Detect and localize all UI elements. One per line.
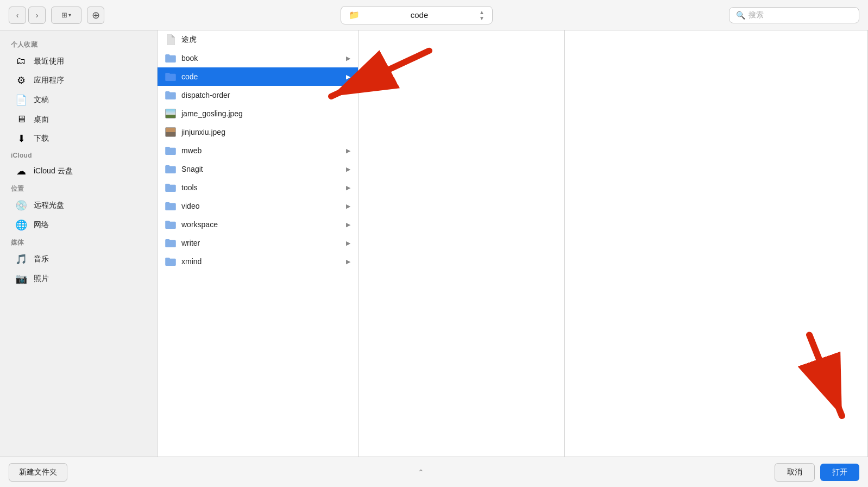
file-name: dispatch-order (181, 91, 350, 99)
collapse-icon[interactable]: ⌃ (418, 468, 424, 477)
sidebar-item-downloads[interactable]: ⬇ 下载 (4, 129, 153, 148)
sidebar-item-docs[interactable]: 📄 文稿 (4, 90, 153, 110)
sidebar-section-title-media: 媒体 (0, 235, 157, 249)
search-icon: 🔍 (736, 11, 745, 20)
location-pill[interactable]: 📁 code ▲ ▼ (341, 6, 493, 24)
sidebar-item-photos[interactable]: 📷 照片 (4, 269, 153, 289)
apps-icon: ⚙ (15, 74, 27, 86)
sidebar-item-label-photos: 照片 (34, 274, 49, 284)
back-button[interactable]: ‹ (9, 7, 26, 24)
list-item[interactable]: mweb ▶ (158, 141, 358, 160)
bottom-bar: 新建文件夹 ⌃ 取消 打开 (0, 457, 868, 487)
sidebar-item-label-apps: 应用程序 (34, 76, 64, 85)
sidebar-item-label-downloads: 下载 (34, 134, 49, 143)
dvd-icon: 💿 (15, 199, 27, 211)
new-folder-button[interactable]: 新建文件夹 (9, 463, 67, 482)
search-box[interactable]: 🔍 搜索 (729, 7, 859, 23)
sidebar-section-media: 媒体 🎵 音乐 📷 照片 (0, 235, 157, 289)
sidebar-item-apps[interactable]: ⚙ 应用程序 (4, 71, 153, 90)
list-item[interactable]: book ▶ (158, 49, 358, 67)
list-item[interactable]: 途虎 (158, 30, 358, 49)
sidebar-item-desktop[interactable]: 🖥 桌面 (4, 110, 153, 129)
downloads-icon: ⬇ (15, 133, 27, 145)
icloud-icon: ☁ (15, 165, 27, 177)
location-bar: 📁 code ▲ ▼ (110, 6, 724, 24)
sidebar-section-icloud: iCloud ☁ iCloud 云盘 (0, 148, 157, 181)
list-item[interactable]: video ▶ (158, 197, 358, 215)
list-item[interactable]: writer ▶ (158, 234, 358, 252)
music-icon: 🎵 (15, 253, 27, 265)
main-content: 个人收藏 🗂 最近使用 ⚙ 应用程序 📄 文稿 🖥 桌面 ⬇ 下载 (0, 30, 868, 457)
network-icon: 🌐 (15, 219, 27, 231)
sidebar-section-locations: 位置 💿 远程光盘 🌐 网络 (0, 181, 157, 235)
chevron-right-icon: ▶ (346, 147, 350, 154)
view-toggle-button[interactable]: ⊞ ▾ (51, 7, 81, 24)
chevron-right-icon: ▶ (346, 240, 350, 247)
sidebar-section-title-favorites: 个人收藏 (0, 37, 157, 52)
bottom-center: ⌃ (67, 468, 775, 477)
folder-icon (165, 219, 176, 230)
image-icon (165, 108, 176, 119)
file-name: mweb (181, 146, 341, 155)
file-name: video (181, 202, 341, 210)
folder-icon (165, 238, 176, 248)
sidebar-item-icloud-drive[interactable]: ☁ iCloud 云盘 (4, 161, 153, 181)
file-icon (165, 34, 176, 45)
list-item[interactable]: jame_gosling.jpeg (158, 104, 358, 123)
file-name: xmind (181, 257, 341, 266)
sidebar-item-label-recent: 最近使用 (34, 57, 64, 66)
file-name: Snagit (181, 165, 341, 173)
desktop-icon: 🖥 (15, 114, 27, 125)
docs-icon: 📄 (15, 94, 27, 106)
file-name: jinjunxiu.jpeg (181, 128, 350, 136)
folder-icon (165, 71, 176, 82)
open-button[interactable]: 打开 (820, 464, 859, 481)
sidebar-section-title-locations: 位置 (0, 181, 157, 196)
new-folder-top-button[interactable]: ⊕ (87, 7, 104, 24)
list-item[interactable]: workspace ▶ (158, 215, 358, 234)
folder-icon (165, 164, 176, 174)
chevron-right-icon: ▶ (346, 184, 350, 191)
list-item[interactable]: jinjunxiu.jpeg (158, 123, 358, 141)
chevron-right-icon: ▶ (346, 258, 350, 265)
view-chevron-icon: ▾ (68, 12, 71, 18)
sidebar-item-network[interactable]: 🌐 网络 (4, 215, 153, 235)
sidebar: 个人收藏 🗂 最近使用 ⚙ 应用程序 📄 文稿 🖥 桌面 ⬇ 下载 (0, 30, 158, 457)
sidebar-section-title-icloud: iCloud (0, 148, 157, 161)
location-stepper[interactable]: ▲ ▼ (479, 9, 485, 21)
file-name: jame_gosling.jpeg (181, 109, 350, 118)
sidebar-item-label-music: 音乐 (34, 254, 49, 264)
chevron-right-icon: ▶ (346, 203, 350, 210)
sidebar-item-dvd[interactable]: 💿 远程光盘 (4, 196, 153, 215)
folder-icon (165, 201, 176, 211)
sidebar-item-label-network: 网络 (34, 220, 49, 230)
location-text: code (364, 10, 475, 20)
list-item[interactable]: xmind ▶ (158, 252, 358, 271)
folder-icon (165, 182, 176, 193)
chevron-right-icon: ▶ (346, 73, 350, 80)
location-folder-icon: 📁 (349, 10, 360, 20)
folder-icon (165, 90, 176, 101)
sidebar-section-favorites: 个人收藏 🗂 最近使用 ⚙ 应用程序 📄 文稿 🖥 桌面 ⬇ 下载 (0, 37, 157, 148)
sidebar-item-recent[interactable]: 🗂 最近使用 (4, 52, 153, 71)
chevron-right-icon: ▶ (346, 55, 350, 62)
folder-icon (165, 53, 176, 64)
photos-icon: 📷 (15, 273, 27, 285)
file-name: 途虎 (181, 35, 350, 45)
chevron-right-icon: ▶ (346, 221, 350, 228)
file-panel-3 (565, 30, 868, 457)
nav-buttons: ‹ › (9, 7, 46, 24)
file-name: book (181, 54, 341, 63)
list-item[interactable]: tools ▶ (158, 178, 358, 197)
view-icon: ⊞ (61, 11, 67, 19)
folder-icon (165, 256, 176, 267)
list-item[interactable]: Snagit ▶ (158, 160, 358, 178)
sidebar-item-music[interactable]: 🎵 音乐 (4, 249, 153, 269)
sidebar-item-label-desktop: 桌面 (34, 115, 49, 124)
list-item[interactable]: dispatch-order (158, 86, 358, 104)
list-item[interactable]: code ▶ (158, 67, 358, 86)
forward-button[interactable]: › (28, 7, 46, 24)
file-panel-2 (358, 30, 565, 457)
cancel-button[interactable]: 取消 (775, 463, 815, 482)
image-icon (165, 127, 176, 138)
